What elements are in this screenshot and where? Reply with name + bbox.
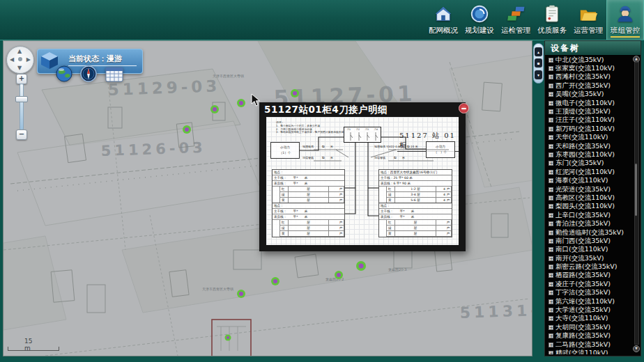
collapse-mid-icon[interactable]: ▪ [535, 58, 542, 68]
compass-icon[interactable] [79, 65, 98, 83]
expand-plus-icon[interactable]: + [549, 239, 553, 244]
tree-item[interactable]: +梨园头(交流110kV) [545, 203, 635, 211]
device-marker[interactable] [356, 261, 366, 271]
tree-item[interactable]: +汪庄子(交流110kV) [545, 116, 635, 125]
expand-plus-icon[interactable]: + [549, 84, 553, 88]
tab-operations[interactable]: 运营管理 [570, 0, 606, 40]
tree-item[interactable]: +上辛口(交流35kV) [545, 211, 635, 219]
expand-plus-icon[interactable]: + [549, 92, 553, 97]
table-tool-icon[interactable] [105, 67, 123, 82]
expand-plus-icon[interactable]: + [549, 343, 553, 347]
device-marker[interactable] [237, 290, 245, 298]
tree-item[interactable]: +东枣园(交流110kV) [545, 150, 635, 159]
expand-plus-icon[interactable]: + [549, 109, 553, 114]
expand-plus-icon[interactable]: + [549, 299, 553, 304]
expand-plus-icon[interactable]: + [549, 273, 553, 278]
expand-plus-icon[interactable]: + [549, 101, 553, 106]
expand-plus-icon[interactable]: + [549, 127, 553, 132]
tree-item[interactable]: +新密云路(交流35kV) [545, 262, 635, 271]
device-marker[interactable] [291, 89, 299, 97]
expand-plus-icon[interactable]: + [549, 74, 553, 79]
zoom-in-button[interactable]: + [16, 74, 27, 84]
tree-item[interactable]: +西滩村(交流35kV) [545, 73, 635, 81]
collapse-down-icon[interactable]: ▾ [535, 70, 542, 79]
tree-item[interactable]: +南开(交流35kV) [545, 254, 635, 262]
zoom-slider-track[interactable] [20, 84, 24, 130]
tab-team-control[interactable]: 班组管控 [606, 0, 644, 40]
device-marker[interactable] [335, 271, 343, 279]
tree-item[interactable]: +西广开(交流35kV) [545, 81, 635, 90]
tree-item[interactable]: +微电子(交流110kV) [545, 99, 635, 107]
tree-item[interactable]: +新万码(交流110kV) [545, 125, 635, 133]
tree-item[interactable]: +高教区(交流110kV) [545, 194, 635, 202]
pan-left-icon[interactable]: ◀ [10, 57, 14, 63]
pan-right-icon[interactable]: ▶ [26, 57, 31, 63]
tab-planning[interactable]: 规划建设 [461, 0, 498, 40]
expand-plus-icon[interactable]: + [549, 247, 553, 252]
tree-item[interactable]: +凌庄子(交流35kV) [545, 280, 635, 288]
tree-item[interactable]: +大胡同(交流35kV) [545, 323, 635, 331]
tree-item[interactable]: +第六埠(交流110kV) [545, 297, 635, 306]
device-marker[interactable] [225, 335, 231, 341]
expand-plus-icon[interactable]: + [549, 325, 553, 330]
expand-plus-icon[interactable]: + [549, 213, 553, 218]
tree-scrollbar-thumb[interactable] [635, 164, 637, 216]
tab-maintenance[interactable]: 运检管理 [498, 0, 534, 40]
zoom-slider-handle[interactable] [15, 96, 28, 102]
expand-plus-icon[interactable]: + [549, 170, 553, 175]
expand-plus-icon[interactable]: + [549, 221, 553, 226]
expand-plus-icon[interactable]: + [549, 282, 553, 287]
tree-item[interactable]: +勤俭道临时(交流35kV) [545, 228, 635, 237]
tree-item[interactable]: +天华(交流110kV) [545, 134, 635, 142]
device-marker[interactable] [210, 105, 219, 113]
close-icon[interactable] [459, 103, 469, 113]
expand-plus-icon[interactable]: + [549, 144, 553, 149]
tree-item[interactable]: +丁字沽(交流35kV) [545, 289, 635, 297]
scroll-down-icon[interactable]: ▼ [633, 345, 640, 352]
expand-plus-icon[interactable]: + [549, 316, 553, 321]
expand-plus-icon[interactable]: + [549, 230, 553, 235]
tree-scrollbar[interactable] [634, 62, 639, 345]
expand-plus-icon[interactable]: + [549, 152, 553, 157]
tab-grid-overview[interactable]: 配网概况 [425, 0, 461, 40]
tree-item[interactable]: +中北(交流35kV) [545, 56, 635, 64]
pan-up-icon[interactable]: ▲ [17, 49, 22, 54]
tree-item[interactable]: +光荣道(交流35kV) [545, 185, 635, 194]
expand-plus-icon[interactable]: + [549, 196, 553, 200]
expand-plus-icon[interactable]: + [549, 66, 553, 71]
tab-service[interactable]: 优质服务 [534, 0, 570, 40]
cube-3d-icon[interactable] [39, 50, 60, 71]
tree-item[interactable]: +栖霞路(交流35kV) [545, 272, 635, 280]
tree-item[interactable]: +二马路(交流35kV) [545, 340, 635, 349]
pan-center-dot[interactable] [18, 57, 22, 61]
tree-item[interactable]: +精武(交流110kV) [545, 349, 635, 354]
expand-plus-icon[interactable]: + [549, 118, 553, 123]
tree-item[interactable]: +海泰(交流110kV) [545, 176, 635, 184]
device-marker[interactable] [237, 99, 245, 107]
tree-item[interactable]: +南门西(交流35kV) [545, 237, 635, 245]
expand-plus-icon[interactable]: + [549, 178, 553, 183]
tree-item[interactable]: +南口(交流110kV) [545, 246, 635, 254]
tree-item[interactable]: +大寺(交流110kV) [545, 315, 635, 323]
collapse-up-icon[interactable]: ▴ [535, 47, 542, 56]
zoom-out-button[interactable]: − [16, 129, 27, 140]
expand-plus-icon[interactable]: + [549, 351, 553, 354]
expand-plus-icon[interactable]: + [549, 135, 553, 140]
tree-item[interactable]: +复康路(交流35kV) [545, 332, 635, 340]
expand-plus-icon[interactable]: + [549, 265, 553, 269]
expand-plus-icon[interactable]: + [549, 290, 553, 295]
pan-down-icon[interactable]: ▼ [17, 65, 22, 71]
tree-item[interactable]: +吴嘴(交流35kV) [545, 90, 635, 99]
expand-plus-icon[interactable]: + [549, 187, 553, 192]
device-marker[interactable] [183, 125, 191, 134]
tree-item[interactable]: +青泊洼(交流35kV) [545, 219, 635, 228]
device-marker[interactable] [271, 277, 279, 285]
expand-plus-icon[interactable]: + [549, 256, 553, 261]
tree-item[interactable]: +红泥河(交流110kV) [545, 168, 635, 176]
expand-plus-icon[interactable]: + [549, 161, 553, 166]
tree-item[interactable]: +天和路(交流35kV) [545, 142, 635, 150]
tree-item[interactable]: +大学道(交流35kV) [545, 306, 635, 314]
expand-plus-icon[interactable]: + [549, 58, 553, 63]
expand-plus-icon[interactable]: + [549, 333, 553, 338]
tree-item[interactable]: +王顶堤(交流35kV) [545, 107, 635, 116]
